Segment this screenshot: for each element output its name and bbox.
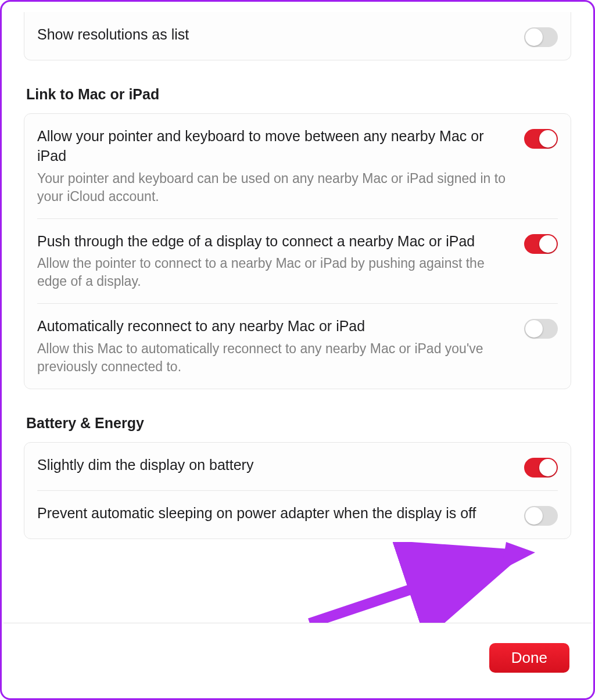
show-resolutions-title: Show resolutions as list — [37, 25, 507, 45]
annotation-arrow-icon — [298, 542, 542, 635]
auto-reconnect-toggle[interactable] — [524, 319, 558, 339]
dim-display-title: Slightly dim the display on battery — [37, 455, 507, 475]
prevent-sleep-toggle[interactable] — [524, 506, 558, 526]
allow-pointer-title: Allow your pointer and keyboard to move … — [37, 127, 507, 166]
auto-reconnect-row: Automatically reconnect to any nearby Ma… — [37, 304, 558, 389]
dim-display-toggle[interactable] — [524, 458, 558, 478]
section-header-link: Link to Mac or iPad — [26, 86, 571, 103]
prevent-sleep-title: Prevent automatic sleeping on power adap… — [37, 504, 507, 523]
show-resolutions-row: Show resolutions as list — [37, 12, 558, 60]
svg-line-1 — [310, 554, 518, 623]
allow-pointer-subtitle: Your pointer and keyboard can be used on… — [37, 170, 507, 206]
link-settings-group: Allow your pointer and keyboard to move … — [24, 113, 571, 389]
push-through-title: Push through the edge of a display to co… — [37, 232, 507, 252]
settings-content: Show resolutions as list Link to Mac or … — [2, 2, 593, 539]
allow-pointer-row: Allow your pointer and keyboard to move … — [37, 114, 558, 219]
battery-settings-group: Slightly dim the display on battery Prev… — [24, 442, 571, 539]
auto-reconnect-subtitle: Allow this Mac to automatically reconnec… — [37, 340, 507, 376]
prevent-sleep-row: Prevent automatic sleeping on power adap… — [37, 491, 558, 539]
top-settings-group: Show resolutions as list — [24, 12, 571, 60]
footer-bar: Done — [3, 623, 592, 698]
auto-reconnect-title: Automatically reconnect to any nearby Ma… — [37, 317, 507, 336]
done-button[interactable]: Done — [489, 643, 569, 673]
svg-marker-2 — [501, 542, 535, 570]
allow-pointer-toggle[interactable] — [524, 129, 558, 149]
section-header-battery: Battery & Energy — [26, 415, 571, 432]
push-through-row: Push through the edge of a display to co… — [37, 219, 558, 304]
dim-display-row: Slightly dim the display on battery — [37, 443, 558, 491]
push-through-subtitle: Allow the pointer to connect to a nearby… — [37, 254, 507, 290]
push-through-toggle[interactable] — [524, 234, 558, 254]
show-resolutions-toggle[interactable] — [524, 27, 558, 47]
